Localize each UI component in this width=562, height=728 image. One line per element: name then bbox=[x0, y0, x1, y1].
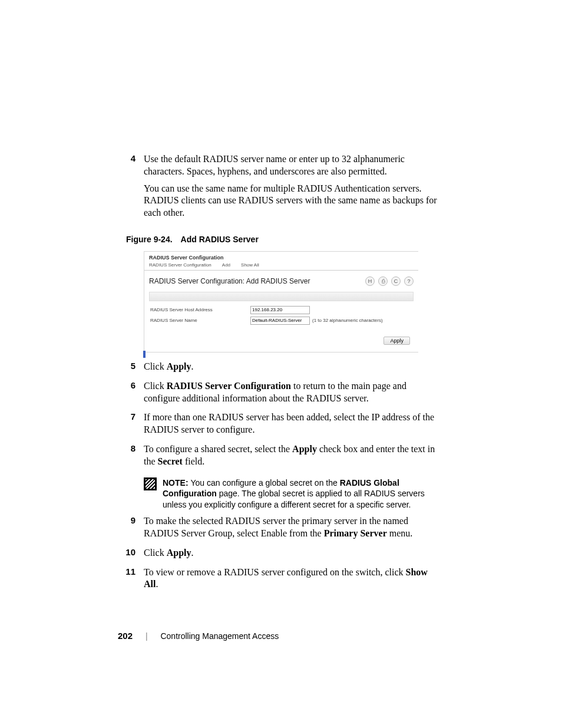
figure-caption: Figure 9-24.Add RADIUS Server bbox=[126, 235, 441, 244]
step-num-6: 6 bbox=[118, 380, 144, 410]
step-num-9: 9 bbox=[118, 515, 144, 545]
step-num-8: 8 bbox=[118, 443, 144, 473]
step-10-text: Click Apply. bbox=[144, 547, 441, 559]
page-number: 202 bbox=[118, 631, 133, 641]
print-icon[interactable]: ⎙ bbox=[378, 276, 388, 286]
note-block: NOTE: You can configure a global secret … bbox=[144, 477, 441, 511]
step-8-text: To configure a shared secret, select the… bbox=[144, 443, 441, 468]
step-num-7: 7 bbox=[118, 411, 144, 441]
step-num-11: 11 bbox=[118, 566, 144, 596]
step-num-4: 4 bbox=[118, 153, 144, 224]
field-hint-server-name: (1 to 32 alphanumeric characters) bbox=[312, 318, 383, 323]
shot-page-title: RADIUS Server Configuration: Add RADIUS … bbox=[149, 277, 310, 285]
footer-separator: | bbox=[146, 631, 148, 641]
step-4-para-2: You can use the same name for multiple R… bbox=[144, 183, 441, 219]
chapter-title: Controlling Management Access bbox=[160, 631, 279, 641]
step-11-text: To view or remove a RADIUS server config… bbox=[144, 566, 441, 591]
step-7-text: If more than one RADIUS server has been … bbox=[144, 411, 441, 436]
step-num-5: 5 bbox=[118, 361, 144, 378]
shot-tabs: RADIUS Server Configuration Add Show All bbox=[144, 261, 418, 271]
input-server-name[interactable] bbox=[250, 317, 310, 325]
page-footer: 202 | Controlling Management Access bbox=[118, 631, 279, 641]
step-num-10: 10 bbox=[118, 547, 144, 564]
shot-header: RADIUS Server Configuration bbox=[144, 252, 418, 261]
note-icon bbox=[144, 477, 157, 490]
figure-number: Figure 9-24. bbox=[126, 235, 173, 244]
apply-button[interactable]: Apply bbox=[384, 337, 410, 345]
screenshot-add-radius-server: RADIUS Server Configuration RADIUS Serve… bbox=[144, 251, 418, 353]
field-label-host-address: RADIUS Server Host Address bbox=[150, 307, 250, 312]
field-label-server-name: RADIUS Server Name bbox=[150, 318, 250, 323]
step-5-text: Click Apply. bbox=[144, 361, 441, 373]
refresh-icon[interactable]: C bbox=[391, 276, 401, 286]
step-6-text: Click RADIUS Server Configuration to ret… bbox=[144, 380, 441, 405]
shot-section-bar bbox=[149, 292, 414, 301]
text-cursor-icon bbox=[143, 351, 146, 358]
step-4-para-1: Use the default RADIUS server name or en… bbox=[144, 153, 441, 178]
save-icon[interactable]: H bbox=[365, 276, 375, 286]
tab-show-all[interactable]: Show All bbox=[241, 262, 259, 268]
step-9-text: To make the selected RADIUS server the p… bbox=[144, 515, 441, 540]
tab-add[interactable]: Add bbox=[222, 262, 230, 268]
help-icon[interactable]: ? bbox=[404, 276, 414, 286]
tab-radius-server-configuration[interactable]: RADIUS Server Configuration bbox=[149, 262, 211, 268]
figure-title: Add RADIUS Server bbox=[181, 235, 259, 244]
note-text: NOTE: You can configure a global secret … bbox=[163, 477, 441, 511]
input-host-address[interactable] bbox=[250, 306, 310, 314]
